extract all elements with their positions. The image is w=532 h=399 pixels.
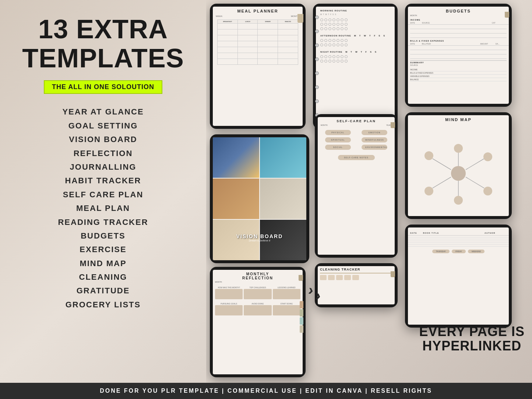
cleaning-day-cell [328,275,335,280]
reflection-header: AVOID DOING [244,302,271,305]
template-list-item: REFLECTION [15,146,191,160]
col-breakfast: BREAKFAST [218,20,238,24]
left-panel: 13 EXTRA TEMPLATES THE ALL IN ONE SOLOUT… [0,0,206,383]
spiral-ring [315,29,319,33]
template-list-item: MIND MAP [15,257,191,270]
routine-row [318,22,392,27]
day-friday: FRIDAY [452,250,466,253]
vision-cell-food [213,179,259,219]
summary-rows: INCOME BILLS & FIXED EXPENSES VARIABLE E… [408,67,509,82]
tablet-cleaning: CLEANING TRACKER [315,263,398,307]
spiral-ring [315,15,319,19]
care-pill-physical: PHYSICAL [325,130,351,135]
template-list-item: GOAL SETTING [15,119,191,133]
routine-row [318,18,392,22]
morning-routine-label: MORNING ROUTINE [316,7,395,13]
cleaning-screen: CLEANING TRACKER [318,266,395,304]
vision-cell-house [213,137,259,178]
budgets-title: BUDGETS [408,7,509,14]
reflection-col: LESSONS LEARNED [273,286,300,299]
reflection-header: TOP CHALLENGES [244,286,271,289]
budgets-month: MONTH: [408,14,509,18]
reflection-cell [244,289,271,299]
cleaning-title: CLEANING TRACKER [320,268,392,271]
summary-header: SOURCE [410,64,507,67]
reflection-title-2: REFLECTION [214,276,301,280]
mindmap-branch [466,159,484,170]
care-pill-notes: SELF-CARE NOTES [338,155,375,160]
spiral-ring [315,99,319,103]
day-thursday: THURSDAY [432,250,450,253]
table-row [218,29,298,35]
budget-line [410,30,507,33]
template-list: YEAR AT GLANCEGOAL SETTINGVISION BOARDRE… [15,105,191,311]
reflection-cell [273,289,300,299]
template-list-item: SELF CARE PLAN [15,188,191,201]
routine-dots-afternoon [316,38,395,47]
table-row [218,24,298,29]
table-row [218,53,298,59]
reflection-cell [215,289,243,299]
days-header: MTWTFSS [316,13,395,18]
routine-screen: MORNING ROUTINE MTWTFSS AFTERNOON ROUTIN… [316,7,395,126]
routine-dots-night [316,54,395,63]
vision-collage: VISION BOARD Dream it, believe it [213,137,306,260]
mindmap-screen: MIND MAP [408,115,509,216]
routine-dots-morning [316,18,395,31]
bills-label: BILLS & FIXED EXPENSES [408,39,509,42]
template-list-item: READING TRACKER [15,215,191,229]
side-tab [300,317,303,325]
bottom-bar-text: DONE FOR YOU PLR TEMPLATE | COMMERCIAL U… [100,388,432,394]
arrow-decoration: › [307,281,315,299]
mindmap-node [483,152,492,161]
cleaning-day-cell [344,275,351,280]
reading-header: DATE BOOK TITLE AUTHOR [408,231,509,236]
side-tab [300,325,303,333]
main-title: 13 EXTRA TEMPLATES [15,15,191,73]
care-pill-spiritual: SPIRITUAL [325,137,351,142]
cleaning-content: CLEANING TRACKER [318,266,395,282]
routine-row [318,59,392,63]
reflection-cell [244,305,271,315]
mindmap-container [408,123,509,219]
day-weekend: WEEKEND [468,250,485,253]
reflection-header: LESSONS LEARNED [273,286,300,289]
week-label: WEEK: [216,15,223,17]
reading-title [408,227,509,231]
spiral-ring [315,71,319,75]
routine-row [318,54,392,59]
care-notes-row: SELF-CARE NOTES [318,152,395,163]
template-list-item: CLEANING [15,270,191,284]
reflection-grid-top: HOW WAS THIS MONTH? TOP CHALLENGES LESSO… [213,285,303,301]
hyperlinked-section: EVERY PAGE IS HYPERLINKED [419,324,525,353]
template-list-item: HABIT TRACKER [15,174,191,187]
tablet-self-care: SELF-CARE PLAN MONTH:YEAR: PHYSICAL EMOT… [315,114,398,258]
template-list-item: YEAR AT GLANCE [15,105,191,119]
reading-screen: DATE BOOK TITLE AUTHOR THURSDAY FRIDAY W… [408,227,509,325]
vision-overlay: VISION BOARD Dream it, believe it [236,233,283,242]
cleaning-days [320,275,392,280]
col-dinner: DINNER [258,20,278,24]
night-routine-label: NIGHT ROUTINE M T W T F S S [316,47,395,54]
care-pill-social: SOCIAL [325,145,351,150]
template-list-item: VISION BOARD [15,133,191,146]
reflection-title-block: MONTHLY REFLECTION [213,270,303,281]
cleaning-day-cell [320,275,327,280]
spiral-binding [315,10,319,122]
col-book-title: BOOK TITLE [423,232,485,234]
reflection-header: HOW WAS THIS MONTH? [215,286,243,289]
vision-cell-ocean [260,137,306,178]
mindmap-branch [433,177,451,188]
mindmap-svg [414,140,503,206]
tablet-monthly-reflection: MONTHLY REFLECTION MONTH: HOW WAS THIS M… [210,267,306,377]
template-list-item: JOURNALLING [15,160,191,174]
meal-title: MEAL PLANNER [213,7,303,14]
care-pill-environmental: ENVIRONMENTAL [362,145,387,150]
summary-section: SUMMARY SOURCE [410,60,507,67]
reflection-header: PURSUING GOALS [215,302,243,305]
summary-row: BALANCE [410,78,507,81]
spiral-ring [315,57,319,61]
template-list-item: EXERCISE [15,243,191,256]
vision-board-title: VISION BOARD [236,233,283,239]
spiral-ring [315,85,319,89]
